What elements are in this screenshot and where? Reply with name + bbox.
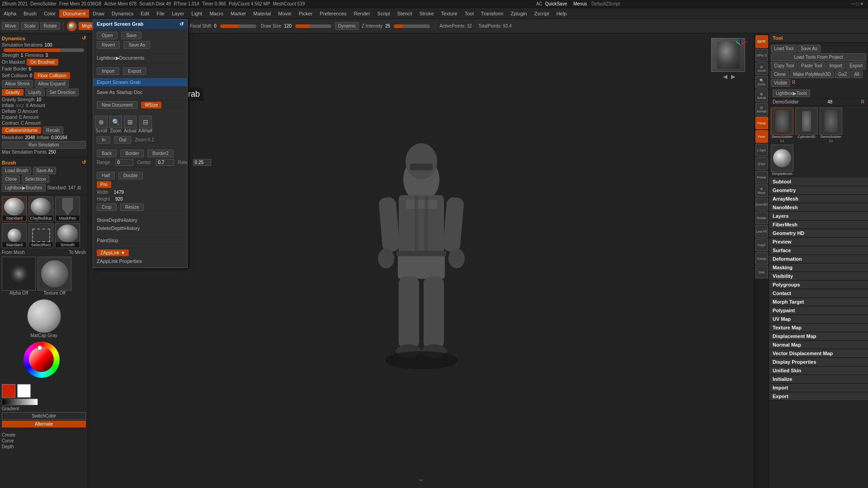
quicksave-label[interactable]: QuickSave bbox=[545, 1, 567, 6]
dropdown-refresh-icon[interactable]: ↺ bbox=[179, 21, 184, 27]
visible-btn[interactable]: Visible bbox=[771, 79, 790, 87]
depth-label[interactable]: Depth bbox=[2, 444, 14, 449]
import-section[interactable]: Import bbox=[769, 384, 868, 392]
copy-tool-btn[interactable]: Copy Tool bbox=[771, 62, 797, 70]
geometry-hd-section[interactable]: Geometry HD bbox=[769, 229, 868, 238]
menu-macro[interactable]: Macro bbox=[206, 9, 227, 18]
brush-maskpen[interactable]: MaskPen bbox=[55, 197, 80, 221]
crop-btn[interactable]: Crop bbox=[97, 203, 117, 211]
menu-movie[interactable]: Movie bbox=[274, 9, 295, 18]
all-btn[interactable]: All bbox=[851, 70, 863, 78]
liquify-btn[interactable]: Liquify bbox=[25, 89, 45, 96]
gravity-btn[interactable]: Gravity bbox=[2, 89, 24, 96]
spix-btn[interactable]: SPix 3 bbox=[755, 49, 768, 61]
scroll-icon-btn[interactable]: ⊕ bbox=[95, 116, 108, 128]
nav-left-arrow[interactable]: ◄ bbox=[722, 73, 729, 81]
focal-shift-slider[interactable] bbox=[220, 24, 256, 28]
menu-light[interactable]: Light bbox=[188, 9, 206, 18]
border2-btn[interactable]: Border2 bbox=[147, 150, 174, 157]
visibility-section[interactable]: Visibility bbox=[769, 272, 868, 281]
menu-document[interactable]: Document bbox=[59, 9, 89, 18]
resize-btn[interactable]: Resize bbox=[120, 203, 144, 211]
z-intensity-slider[interactable] bbox=[394, 24, 430, 28]
polyf-btn[interactable]: PolyF bbox=[755, 239, 768, 251]
rotate-3d-btn[interactable]: Rotate bbox=[755, 211, 768, 224]
tool-save-as-btn[interactable]: Save As bbox=[797, 45, 821, 52]
load-tool-btn[interactable]: Load Tool bbox=[771, 45, 797, 52]
subtool-simplebrush-thumb[interactable] bbox=[771, 145, 793, 172]
store-depth-item[interactable]: StoreDepthHistory bbox=[93, 216, 187, 224]
rate-input[interactable] bbox=[193, 159, 211, 166]
allow-expand-btn[interactable]: Allow Expand bbox=[35, 80, 69, 88]
move-3d-btn[interactable]: ✛ Move bbox=[755, 184, 768, 197]
tool-clone-btn[interactable]: Clone bbox=[771, 70, 789, 78]
menu-transform[interactable]: Transform bbox=[477, 9, 507, 18]
foreground-color[interactable] bbox=[2, 384, 15, 398]
lightbox-tools-btn[interactable]: Lightbox▶Tools bbox=[773, 89, 810, 97]
subtool-demo2-thumb[interactable] bbox=[820, 108, 842, 135]
brush-clay[interactable]: ClayBuildup bbox=[28, 197, 53, 221]
initialize-section[interactable]: Initialize bbox=[769, 375, 868, 384]
load-tools-project-btn[interactable]: Load Tools From Project bbox=[771, 53, 866, 61]
menu-material[interactable]: Material bbox=[250, 9, 274, 18]
nanomesh-section[interactable]: NanoMesh bbox=[769, 203, 868, 212]
make-polymesh-btn[interactable]: Make PolyMesh3D bbox=[790, 70, 834, 78]
brush-standard2[interactable]: Standard bbox=[2, 223, 27, 248]
menu-brush[interactable]: Brush bbox=[20, 9, 40, 18]
scroll-btn[interactable]: ⊕ Scroll bbox=[755, 62, 768, 75]
layers-section[interactable]: Layers bbox=[769, 212, 868, 221]
3d-viewport[interactable]: Export Screen Grab ◄ ► bbox=[88, 33, 754, 488]
nav-right-arrow[interactable]: ► bbox=[730, 73, 737, 81]
subtool-demo1-thumb[interactable] bbox=[771, 108, 793, 135]
brush-save-as-btn[interactable]: Save As bbox=[33, 167, 56, 174]
window-controls[interactable]: ─ □ ✕ bbox=[851, 1, 863, 6]
double-btn[interactable]: Double bbox=[118, 172, 143, 179]
menu-picker[interactable]: Picker bbox=[295, 9, 316, 18]
out-btn[interactable]: Out bbox=[114, 136, 131, 144]
lightbox-docs-item[interactable]: Lightbox▶Documents bbox=[93, 54, 187, 62]
menu-draw[interactable]: Draw bbox=[89, 9, 108, 18]
persp-btn[interactable]: Persp bbox=[755, 117, 768, 129]
back-btn[interactable]: Back bbox=[97, 150, 117, 157]
floor-collision-btn[interactable]: Floor Collision bbox=[34, 72, 70, 79]
allow-shrink-btn[interactable]: Allow Shrink bbox=[2, 80, 33, 88]
pro-btn[interactable]: Pro bbox=[97, 181, 111, 188]
vdm-section[interactable]: Vector Displacement Map bbox=[769, 349, 868, 358]
menu-stencil[interactable]: Stencil bbox=[394, 9, 416, 18]
floor-btn[interactable]: Floor bbox=[755, 130, 768, 143]
zapplink-btn[interactable]: ZAppLink ▼ bbox=[97, 249, 129, 256]
alpha-thumb[interactable] bbox=[2, 257, 36, 291]
brush-standard[interactable]: Standard bbox=[2, 197, 27, 221]
menus-label[interactable]: Menus bbox=[573, 1, 587, 6]
menu-alpha[interactable]: Alpha bbox=[0, 9, 20, 18]
morph-target-section[interactable]: Morph Target bbox=[769, 298, 868, 306]
lightbox-brushes-btn[interactable]: Lightbox▶Brushes bbox=[2, 184, 46, 192]
display-props-section[interactable]: Display Properties bbox=[769, 358, 868, 366]
clone-btn[interactable]: Clone bbox=[2, 175, 20, 183]
menu-stroke[interactable]: Stroke bbox=[416, 9, 438, 18]
goz-btn[interactable]: GoZ bbox=[835, 70, 850, 78]
unified-skin-section[interactable]: Unified Skin bbox=[769, 366, 868, 375]
polygroups-section[interactable]: Polygroups bbox=[769, 281, 868, 289]
wsize-btn[interactable]: WSize bbox=[141, 102, 161, 108]
move-btn[interactable]: Move bbox=[2, 22, 19, 30]
create-label[interactable]: Create bbox=[2, 432, 15, 437]
fibermesh-section[interactable]: FiberMesh bbox=[769, 221, 868, 229]
export-section[interactable]: Export bbox=[769, 392, 868, 401]
on-brushed-btn[interactable]: On Brushed bbox=[27, 59, 58, 66]
geometry-section[interactable]: Geometry bbox=[769, 186, 868, 195]
zoom-icon-btn[interactable]: 🔍 bbox=[109, 116, 122, 128]
set-direction-btn[interactable]: Set Direction bbox=[47, 89, 79, 96]
open-btn[interactable]: Open bbox=[97, 32, 118, 39]
arraymesh-section[interactable]: ArrayMesh bbox=[769, 195, 868, 203]
menu-dynamics[interactable]: Dynamics bbox=[108, 9, 137, 18]
sim-iter-slider[interactable] bbox=[4, 48, 84, 52]
frame-btn[interactable]: Frame bbox=[755, 171, 768, 183]
save-as-btn[interactable]: Save As bbox=[123, 41, 150, 49]
menu-render[interactable]: Render bbox=[350, 9, 374, 18]
export-screen-grab-item[interactable]: Export Screen Grab bbox=[93, 78, 187, 86]
zapplink-props-item[interactable]: ZAppLink Properties bbox=[93, 257, 187, 265]
new-document-btn[interactable]: New Document bbox=[97, 101, 137, 109]
color-sv-picker[interactable] bbox=[29, 347, 54, 372]
menu-file[interactable]: File bbox=[153, 9, 168, 18]
